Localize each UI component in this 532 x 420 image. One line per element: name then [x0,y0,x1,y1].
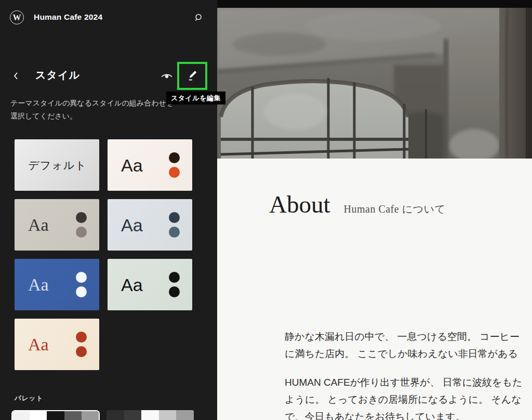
preview-canvas[interactable]: About Human Cafe について 静かな木漏れ日の中で、 一息つける空… [217,0,532,420]
palette-color-swatch [107,410,124,420]
back-button[interactable] [9,69,23,83]
color-dot [169,152,180,163]
palette-color-swatch [141,410,159,420]
palette-color-swatch [30,411,47,420]
about-paragraph-2: HUMAN CAFEが作り出す世界が、 日常に波紋をもた ように。 とっておきの… [285,374,532,420]
color-dot [76,272,87,283]
chevron-left-icon [12,71,20,81]
aa-type-sample: Aa [28,276,49,294]
color-dots [76,332,87,357]
palette-color-swatch [12,411,30,420]
style-variation-card-4[interactable]: Aa [108,199,192,251]
edit-styles-button[interactable] [181,66,203,86]
aa-type-sample: Aa [28,216,49,234]
about-paragraphs: 静かな木漏れ日の中で、 一息つける空間。 コーヒー に満ちた店内。 ここでしか味… [285,328,532,420]
page-title: About [269,192,330,217]
panel-title: スタイル [35,68,80,82]
style-variation-card-1[interactable]: デフォルト [15,139,99,191]
style-variation-card-3[interactable]: Aa [15,199,99,251]
aa-type-sample: Aa [121,216,143,234]
about-paragraph-1: 静かな木漏れ日の中で、 一息つける空間。 コーヒー に満ちた店内。 ここでしか味… [285,328,532,362]
style-variation-card-6[interactable]: Aa [108,259,192,310]
site-editor-window: W Human Cafe 2024 スタイル [0,0,532,420]
aa-type-sample: Aa [28,336,49,353]
style-book-button[interactable] [158,68,176,84]
color-dots [76,212,87,238]
aa-type-sample: Aa [121,156,143,174]
style-variations-grid: デフォルトAaAaAaAaAaAa [15,139,197,370]
palette-option-1-selected[interactable] [11,410,100,420]
color-dot [169,167,180,178]
color-dots [169,152,180,178]
color-dot [169,272,180,283]
palette-option-2[interactable] [107,410,194,420]
palette-section-label: パレット [15,394,43,403]
style-variation-card-7[interactable]: Aa [15,319,99,370]
about-heading-row: About Human Cafe について [269,192,446,217]
style-variation-card-2[interactable]: Aa [108,139,192,191]
palette-color-swatch [47,411,64,420]
palette-color-swatch [176,410,194,420]
palette-color-swatch [64,411,82,420]
edit-styles-tooltip: スタイルを編集 [166,91,225,104]
palette-color-swatch [82,411,99,420]
page-subtitle: Human Cafe について [344,202,446,216]
color-dot [76,286,87,297]
color-dot [76,346,87,357]
color-dot [76,212,87,223]
canvas-top-strip [217,0,532,8]
color-dot [169,286,180,297]
hero-image [217,8,532,159]
color-dot [76,227,87,238]
palette-color-swatch [159,410,177,420]
style-variation-label: デフォルト [28,158,86,173]
pencil-icon [185,69,199,83]
color-dots [76,272,87,297]
eye-icon [160,70,174,82]
color-dot [76,332,87,343]
aa-type-sample: Aa [121,276,143,294]
style-variation-card-5[interactable]: Aa [15,259,99,310]
color-dot [169,212,180,223]
color-dots [169,272,180,297]
color-dots [169,212,180,238]
styles-panel: スタイル スタイルを編集 テーマスタイルの異なるスタイルの組み合わせを 選択して… [0,0,217,420]
color-dot [169,227,180,238]
palette-color-swatch [124,410,142,420]
